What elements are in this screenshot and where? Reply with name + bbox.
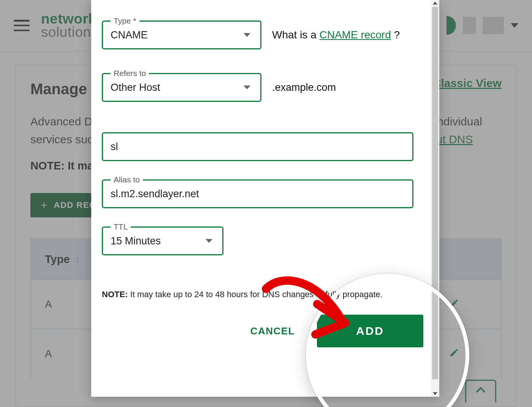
helper-post: ?: [391, 29, 400, 41]
cname-record-link[interactable]: CNAME record: [319, 29, 391, 41]
type-select[interactable]: Type * CNAME: [102, 21, 261, 49]
domain-suffix: .example.com: [272, 82, 336, 93]
refers-to-label: Refers to: [111, 69, 149, 78]
type-label: Type *: [111, 16, 139, 25]
host-input[interactable]: [111, 141, 405, 153]
ttl-select[interactable]: TTL 15 Minutes: [102, 226, 223, 255]
what-is-helper: What is a CNAME record ?: [272, 29, 400, 41]
refers-to-select[interactable]: Refers to Other Host: [102, 73, 261, 102]
type-value: CNAME: [111, 29, 148, 41]
scroll-up-icon[interactable]: [433, 2, 437, 5]
chevron-down-icon: [244, 86, 250, 89]
modal-note: NOTE: It may take up to 24 to 48 hours f…: [102, 290, 429, 299]
alias-to-label: Alias to: [111, 175, 143, 184]
scroll-thumb[interactable]: [432, 7, 438, 379]
chevron-down-icon: [244, 33, 250, 37]
ttl-value: 15 Minutes: [111, 235, 161, 247]
helper-pre: What is a: [272, 29, 319, 41]
alias-to-input[interactable]: [111, 188, 405, 200]
scroll-down-icon[interactable]: [433, 392, 437, 395]
note-bold: NOTE:: [102, 290, 128, 299]
alias-to-field[interactable]: Alias to: [102, 179, 413, 208]
add-button[interactable]: ADD: [317, 315, 423, 347]
host-field[interactable]: [102, 132, 413, 161]
modal-scrollbar[interactable]: [431, 0, 439, 397]
note-text: It may take up to 24 to 48 hours for DNS…: [128, 290, 382, 299]
refers-to-value: Other Host: [111, 82, 160, 93]
ttl-label: TTL: [111, 222, 131, 231]
chevron-down-icon: [206, 239, 212, 243]
cancel-button[interactable]: CANCEL: [240, 318, 306, 345]
add-record-modal: Type * CNAME What is a CNAME record ? Re…: [91, 0, 439, 397]
